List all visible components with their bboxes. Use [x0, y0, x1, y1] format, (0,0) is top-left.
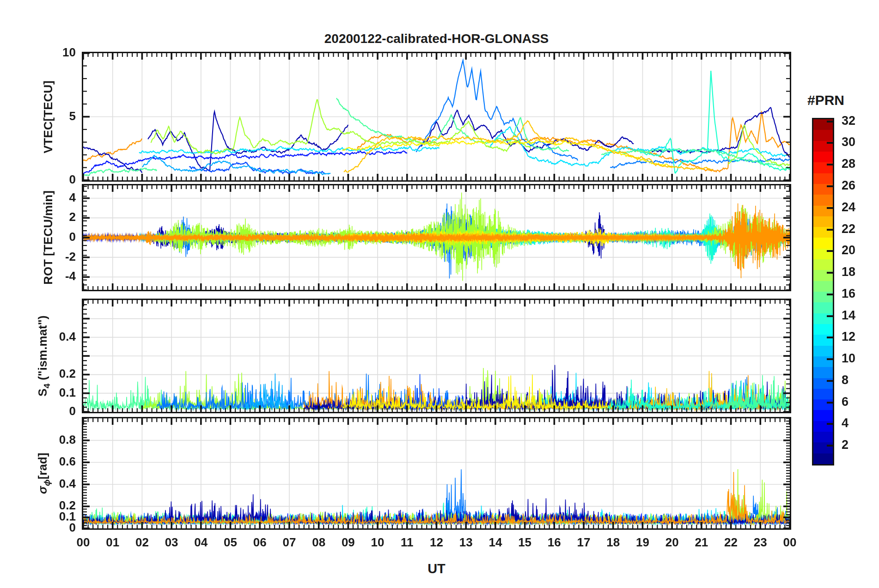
colorbar-tick-label: 20 [842, 243, 879, 257]
colorbar-step [813, 173, 833, 184]
colorbar-title: #PRN [807, 92, 872, 108]
x-tick-label: 06 [244, 535, 276, 550]
colorbar-tick [827, 250, 833, 252]
colorbar-step [813, 130, 833, 141]
colorbar-tick-label: 18 [842, 265, 879, 279]
colorbar-step [813, 346, 833, 356]
y-tick-label: 4 [27, 190, 76, 205]
colorbar-tick-label: 10 [842, 351, 879, 366]
x-tick-label: 22 [715, 535, 747, 550]
colorbar-tick-label: 16 [842, 287, 879, 301]
colorbar-tick-label: 4 [842, 416, 879, 430]
y-axis-label-part: ("ism.mat") [36, 315, 49, 383]
x-tick-label: 23 [744, 535, 776, 550]
colorbar-tick [827, 337, 833, 338]
s4-panel [82, 299, 791, 413]
y-axis-label: S4 ("ism.mat") [36, 315, 52, 396]
colorbar-tick-label: 22 [842, 222, 879, 236]
vtec-plot-canvas [83, 53, 790, 180]
colorbar-step [813, 367, 833, 378]
y-tick-label: 0.1 [27, 386, 76, 400]
x-tick-label: 11 [391, 535, 423, 550]
y-axis-label: σϕ[rad] [36, 453, 52, 494]
x-tick-label: 04 [185, 535, 217, 550]
y-axis-label: VTEC[TECU] [41, 80, 55, 153]
colorbar-tick [827, 272, 833, 274]
colorbar-tick [827, 380, 833, 382]
colorbar-step [813, 442, 833, 453]
y-tick-label: 2 [27, 210, 76, 224]
colorbar-tick [827, 423, 833, 425]
x-tick-label: 02 [126, 535, 158, 550]
y-axis-label-part: VTEC[TECU] [41, 80, 55, 153]
y-axis-label-part: ROT [TECU/min] [41, 190, 55, 285]
y-tick-label: 0.4 [27, 330, 76, 344]
sigma-phi-plot-canvas [83, 418, 790, 528]
chart-title: 20200122-calibrated-HOR-GLONASS [82, 31, 791, 46]
y-tick-label: 0.2 [27, 498, 76, 513]
x-tick-label: 00 [67, 535, 99, 550]
colorbar-step [813, 281, 833, 292]
x-tick-label: 15 [509, 535, 541, 550]
colorbar-step [813, 399, 833, 410]
y-tick-label: 0 [27, 172, 76, 187]
x-tick-label: 21 [685, 535, 718, 550]
colorbar-tick [827, 185, 833, 187]
x-tick-label: 09 [332, 535, 364, 550]
colorbar-step [813, 216, 833, 227]
s4-plot-canvas [83, 300, 790, 412]
x-tick-label: 20 [656, 535, 688, 550]
x-tick-label: 05 [214, 535, 247, 550]
colorbar-tick-label: 8 [842, 373, 879, 387]
x-axis-label: UT [82, 561, 791, 576]
colorbar-step [813, 410, 833, 421]
colorbar-tick-label: 24 [842, 200, 879, 214]
x-tick-label: 12 [421, 535, 453, 550]
colorbar-tick-label: 28 [842, 157, 879, 171]
y-tick-label: -4 [27, 269, 76, 283]
colorbar-tick-label: 30 [842, 135, 879, 149]
x-tick-label: 16 [538, 535, 570, 550]
colorbar-tick-label: 6 [842, 395, 879, 409]
y-tick-label: 0.2 [27, 367, 76, 381]
y-axis-label-part: ϕ [42, 479, 52, 486]
x-tick-label: 03 [155, 535, 188, 550]
rot-panel [82, 184, 791, 291]
colorbar-tick [827, 142, 833, 144]
x-tick-label: 01 [97, 535, 129, 550]
y-tick-label: 0.6 [27, 454, 76, 469]
figure: 20200122-calibrated-HOR-GLONASS UT #PRN … [0, 0, 879, 588]
colorbar-tick-label: 14 [842, 308, 879, 323]
sigma-phi-panel [82, 417, 791, 530]
colorbar-step [813, 432, 833, 442]
y-tick-label: -2 [27, 250, 76, 264]
y-axis-label: ROT [TECU/min] [41, 190, 55, 285]
colorbar-step [813, 195, 833, 205]
y-axis-label-part: S [36, 388, 49, 396]
x-tick-label: 19 [626, 535, 659, 550]
colorbar-tick-label: 26 [842, 178, 879, 193]
y-tick-label: 0.4 [27, 477, 76, 491]
x-tick-label: 08 [303, 535, 335, 550]
y-axis-label-part: [rad] [36, 453, 49, 479]
y-axis-label-part: σ [36, 486, 49, 494]
y-tick-label: 0.1 [27, 509, 76, 524]
colorbar-tick [827, 315, 833, 317]
y-tick-label: 10 [27, 45, 76, 60]
y-axis-label-part: 4 [42, 384, 52, 389]
x-tick-label: 17 [568, 535, 600, 550]
colorbar-step [813, 152, 833, 162]
y-tick-label: 0 [27, 404, 76, 418]
colorbar-tick-label: 12 [842, 330, 879, 344]
colorbar [812, 118, 834, 466]
colorbar-tick [827, 229, 833, 231]
colorbar-tick [827, 121, 833, 122]
rot-plot-canvas [83, 185, 790, 290]
colorbar-step [813, 421, 833, 432]
y-tick-label: 5 [27, 109, 76, 123]
y-tick-label: 0.8 [27, 433, 76, 447]
x-tick-label: 13 [450, 535, 482, 550]
colorbar-tick [827, 294, 833, 295]
colorbar-tick-label: 2 [842, 438, 879, 452]
colorbar-step [813, 302, 833, 313]
